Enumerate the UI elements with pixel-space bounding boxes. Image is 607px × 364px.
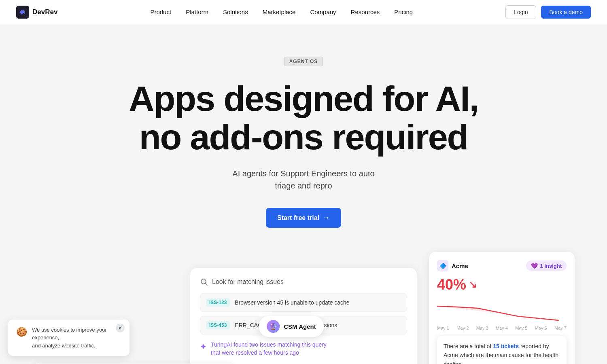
agent-badge: 🔮 CSM Agent <box>259 316 324 337</box>
insight-icon: 💜 <box>531 262 538 269</box>
chart-date-2: May 2 <box>456 326 469 330</box>
hero-title: Apps designed for AI, no add-ons require… <box>129 79 478 156</box>
book-demo-button[interactable]: Book a demo <box>541 6 591 19</box>
tooltip-card: There are a total of 15 tickets reported… <box>437 336 567 364</box>
insight-badge: 💜 1 insight <box>526 260 567 271</box>
ai-row: ✦ TuringAI found two issues matching thi… <box>200 341 407 357</box>
cookie-line1: We use cookies to improve your experienc… <box>32 327 107 341</box>
nav-marketplace[interactable]: Marketplace <box>263 8 296 15</box>
insight-label: 1 insight <box>540 263 562 269</box>
hero-title-line2: no add-ons required <box>139 117 468 157</box>
trial-arrow: → <box>323 214 330 222</box>
acme-name: Acme <box>452 262 468 269</box>
svg-point-1 <box>201 279 206 284</box>
percent-value: 40% <box>437 276 466 293</box>
hero-badge: AGENT OS <box>284 57 323 66</box>
acme-row: 🔷 Acme <box>437 260 468 271</box>
hero-section: AGENT OS Apps designed for AI, no add-on… <box>0 24 607 252</box>
panel-percent: 40% ↘ <box>437 276 567 293</box>
right-panel-header: 🔷 Acme 💜 1 insight <box>437 260 567 271</box>
login-button[interactable]: Login <box>505 5 536 19</box>
ai-text-line1: TuringAI found two issues matching this … <box>211 341 327 349</box>
ai-spark-icon: ✦ <box>200 342 207 351</box>
nav-resources[interactable]: Resources <box>351 8 380 15</box>
issue-row-1: ISS-123 Browser version 45 is unable to … <box>200 293 407 312</box>
nav-pricing[interactable]: Pricing <box>394 8 413 15</box>
ai-text-line2: that were resolved a few hours ago <box>211 349 327 357</box>
nav-links: Product Platform Solutions Marketplace C… <box>150 8 413 16</box>
nav-solutions[interactable]: Solutions <box>223 8 248 15</box>
agent-icon: 🔮 <box>267 320 280 333</box>
nav-platform[interactable]: Platform <box>186 8 208 15</box>
chart-date-1: May 1 <box>437 326 449 330</box>
chart-date-3: May 3 <box>476 326 488 330</box>
mini-chart: May 1 May 2 May 3 May 4 May 5 May 6 May … <box>437 298 567 330</box>
chart-date-6: May 6 <box>535 326 547 330</box>
hero-title-line1: Apps designed for AI, <box>129 78 478 119</box>
agent-label: CSM Agent <box>284 323 316 330</box>
svg-line-2 <box>206 284 207 285</box>
tooltip-highlight: 15 tickets <box>493 343 519 349</box>
tooltip-prefix: There are a total of <box>444 343 493 349</box>
start-trial-button[interactable]: Start free trial → <box>266 208 341 228</box>
cookie-line2: and analyze website traffic. <box>32 343 96 349</box>
cookie-close-button[interactable]: ✕ <box>116 324 125 332</box>
nav-company[interactable]: Company <box>310 8 336 15</box>
chart-date-5: May 5 <box>515 326 527 330</box>
cookie-text: We use cookies to improve your experienc… <box>32 326 121 350</box>
nav-actions: Login Book a demo <box>505 5 591 19</box>
right-panel: 🔷 Acme 💜 1 insight 40% ↘ <box>429 252 575 364</box>
issue-badge-2: ISS-453 <box>206 321 230 329</box>
issue-badge-1: ISS-123 <box>206 298 230 307</box>
cookie-banner: ✕ 🍪 We use cookies to improve your exper… <box>8 320 129 356</box>
logo-text: DevRev <box>32 8 57 16</box>
trial-label: Start free trial <box>277 214 319 222</box>
search-icon <box>200 278 208 286</box>
issue-text-1: Browser version 45 is unable to update c… <box>235 299 349 306</box>
cookie-icon: 🍪 <box>16 327 27 337</box>
percent-arrow-icon: ↘ <box>469 279 477 290</box>
hero-subtitle: AI agents for Support Engineers to autot… <box>232 167 374 192</box>
navbar: DevRev Product Platform Solutions Market… <box>0 0 607 24</box>
search-label: Look for matching issues <box>212 278 284 286</box>
chart-date-7: May 7 <box>554 326 567 330</box>
chart-dates: May 1 May 2 May 3 May 4 May 5 May 6 May … <box>437 326 567 330</box>
chart-date-4: May 4 <box>496 326 508 330</box>
nav-product[interactable]: Product <box>150 8 171 15</box>
logo[interactable]: DevRev <box>16 6 57 19</box>
search-row: Look for matching issues <box>200 278 407 286</box>
acme-logo: 🔷 <box>437 260 448 271</box>
